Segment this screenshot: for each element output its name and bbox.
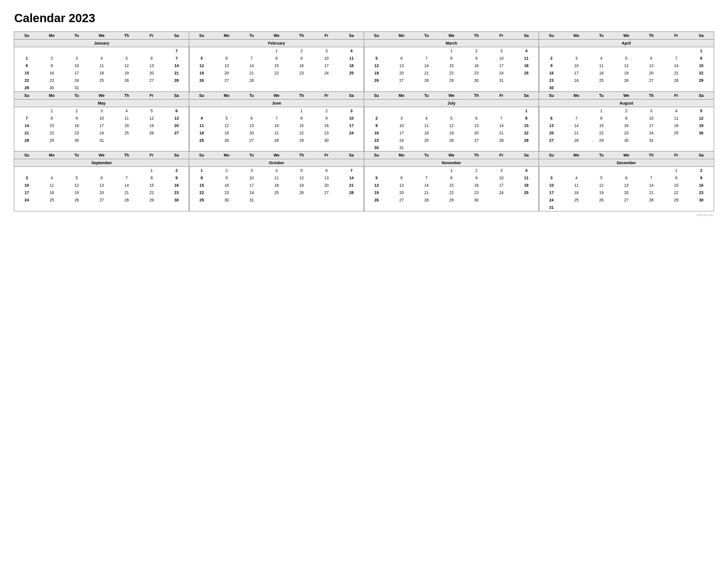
month-december: DecemberSuMoTuWeThFrSa123456789101112131… (539, 151, 714, 212)
calendar-day: 16 (464, 182, 489, 189)
weekday-header: Su (364, 152, 389, 159)
weekday-header: Th (464, 152, 489, 159)
calendar-day: 11 (264, 174, 289, 182)
calendar-day (339, 137, 364, 144)
calendar-day: 4 (514, 47, 539, 55)
calendar-day: 26 (614, 77, 639, 84)
calendar-day: 11 (114, 115, 139, 122)
calendar-day: 13 (464, 122, 489, 129)
calendar-day (689, 84, 714, 92)
calendar-day: 6 (389, 174, 414, 182)
calendar-day: 1 (664, 167, 689, 175)
month-may: MaySuMoTuWeThFrSa12345678910111213141516… (14, 92, 189, 152)
calendar-day: 12 (364, 182, 389, 189)
calendar-day: 18 (564, 189, 589, 196)
calendar-day: 9 (164, 174, 189, 182)
calendar-day: 14 (414, 182, 439, 189)
weekday-header: Th (639, 32, 664, 40)
calendar-day: 29 (439, 77, 464, 84)
calendar-day: 22 (589, 129, 614, 137)
calendar-day: 5 (189, 55, 214, 62)
calendar-day (564, 107, 589, 115)
weekday-header: Mo (389, 32, 414, 40)
calendar-day: 2 (689, 167, 714, 175)
weekday-header: We (89, 92, 114, 100)
calendar-day: 14 (639, 182, 664, 189)
calendar-day: 10 (314, 55, 339, 62)
calendar-day: 20 (639, 69, 664, 77)
calendar-day: 8 (39, 115, 64, 122)
calendar-day: 19 (64, 189, 89, 196)
calendar-day: 31 (639, 137, 664, 144)
weekday-header: Sa (514, 152, 539, 159)
weekday-header: Su (14, 92, 39, 100)
calendar-day: 27 (639, 77, 664, 84)
calendar-day: 16 (214, 182, 239, 189)
calendar-day: 15 (589, 122, 614, 129)
calendar-day (639, 204, 664, 211)
calendar-day: 8 (589, 115, 614, 122)
calendar-day: 23 (464, 189, 489, 196)
weekday-header: We (614, 32, 639, 40)
calendar-day: 5 (589, 174, 614, 182)
calendar-day: 24 (64, 77, 89, 84)
calendar-day (114, 84, 139, 92)
calendar-day: 29 (589, 137, 614, 144)
weekday-header: Fr (139, 32, 164, 40)
calendar-day: 18 (114, 122, 139, 129)
month-title: May (14, 99, 189, 107)
calendar-day: 15 (14, 69, 39, 77)
calendar-day: 5 (214, 115, 239, 122)
weekday-header: Tu (414, 152, 439, 159)
weekday-header: Tu (589, 152, 614, 159)
month-january: JanuarySuMoTuWeThFrSa7123456789101112131… (14, 32, 189, 92)
weekday-header: Mo (214, 32, 239, 40)
calendar-day: 7 (489, 115, 514, 122)
calendar-day: 22 (139, 189, 164, 196)
weekday-header: Fr (489, 92, 514, 100)
calendar-day: 7 (264, 115, 289, 122)
watermark: colomio.com (14, 213, 714, 217)
calendar-day: 26 (214, 137, 239, 144)
calendar-day: 22 (514, 129, 539, 137)
month-title: November (364, 159, 539, 167)
calendar-day (314, 196, 339, 204)
calendar-day: 25 (414, 137, 439, 144)
calendar-day: 27 (239, 137, 264, 144)
calendar-day: 28 (339, 189, 364, 196)
calendar-day: 6 (539, 115, 564, 122)
calendar-day: 9 (289, 55, 314, 62)
calendar-day: 9 (39, 62, 64, 69)
calendar-day: 25 (189, 137, 214, 144)
month-august: AugustSuMoTuWeThFrSa12345678910111213141… (539, 92, 714, 152)
calendar-day: 4 (664, 107, 689, 115)
calendar-day: 11 (39, 182, 64, 189)
calendar-day: 2 (364, 115, 389, 122)
month-march: MarchSuMoTuWeThFrSa123456789101112131415… (364, 32, 539, 92)
calendar-day: 15 (689, 62, 714, 69)
calendar-day: 21 (164, 69, 189, 77)
calendar-day: 3 (564, 55, 589, 62)
weekday-header: Fr (664, 32, 689, 40)
calendar-day: 9 (464, 55, 489, 62)
calendar-day: 21 (14, 129, 39, 137)
calendar-day (114, 47, 139, 55)
calendar-day: 22 (289, 129, 314, 137)
calendar-day (664, 47, 689, 55)
calendar-day: 11 (564, 182, 589, 189)
calendar-day: 20 (539, 129, 564, 137)
calendar-day (514, 144, 539, 152)
calendar-day: 6 (239, 115, 264, 122)
calendar-day: 2 (614, 107, 639, 115)
calendar-day: 8 (689, 55, 714, 62)
calendar-day: 10 (539, 182, 564, 189)
weekday-header: Sa (164, 32, 189, 40)
calendar-day: 9 (689, 174, 714, 182)
calendar-day: 3 (489, 167, 514, 175)
calendar-day: 4 (89, 55, 114, 62)
calendar-day: 2 (539, 55, 564, 62)
calendar-day: 13 (389, 182, 414, 189)
weekday-header: Tu (239, 152, 264, 159)
calendar-day (139, 84, 164, 92)
calendar-day: 23 (164, 189, 189, 196)
